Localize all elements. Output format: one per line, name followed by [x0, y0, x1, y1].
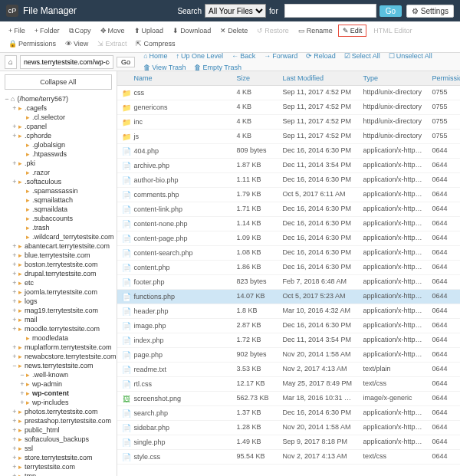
tree-node-label[interactable]: news.terrytestsite.com: [25, 362, 94, 369]
toolbar-compress-button[interactable]: ⇱Compress: [132, 38, 179, 49]
tree-node[interactable]: +▸.softaculous: [3, 177, 117, 186]
tree-node[interactable]: ▸.sqmaildata: [3, 205, 117, 214]
tree-node-label[interactable]: moodle.terrytestsite.com: [25, 325, 100, 333]
tree-node[interactable]: −▸news.terrytestsite.com: [3, 361, 117, 370]
collapse-all-button[interactable]: Collapse All: [5, 74, 112, 90]
file-row[interactable]: 📄content-none.php1.14 KBDec 16, 2014 6:3…: [117, 217, 460, 231]
file-row[interactable]: 📄rtl.css12.17 KBMay 25, 2017 8:49 PMtext…: [117, 377, 460, 392]
file-row[interactable]: 📄style.css95.54 KBNov 2, 2017 4:13 AMtex…: [117, 450, 460, 465]
tree-node[interactable]: +▸tmp: [3, 471, 117, 476]
tree-toggle-icon[interactable]: +: [18, 399, 26, 406]
toolbar-upload-button[interactable]: ⬆Upload: [130, 25, 168, 37]
file-row[interactable]: 📄content.php1.86 KBDec 16, 2014 6:30 PMa…: [117, 261, 460, 275]
tree-toggle-icon[interactable]: −: [18, 371, 26, 379]
tree-node-label[interactable]: .sqmaildata: [32, 205, 67, 213]
file-row[interactable]: 📄readme.txt3.53 KBNov 2, 2017 4:13 AMtex…: [117, 363, 460, 377]
tree-toggle-icon[interactable]: +: [11, 454, 18, 461]
tree-node[interactable]: +▸wp-includes: [3, 398, 117, 407]
tree-node-label[interactable]: .pki: [25, 159, 35, 167]
tree-toggle-icon[interactable]: +: [11, 123, 18, 130]
tree-toggle-icon[interactable]: +: [11, 426, 18, 434]
tree-node-label[interactable]: joomla.terrytestsite.com: [25, 288, 97, 296]
tree-node-label[interactable]: softaculous_backups: [25, 435, 89, 443]
tree-node[interactable]: ▸.wildcard_terrytestsite.com: [3, 232, 117, 241]
tree-toggle-icon[interactable]: +: [11, 343, 18, 351]
tree-node-label[interactable]: .well-known: [32, 371, 68, 379]
tree-node[interactable]: ▸.htpasswds: [3, 149, 117, 159]
tree-toggle-icon[interactable]: +: [11, 242, 18, 250]
tree-node[interactable]: +▸blue.terrytestsite.com: [3, 251, 117, 260]
tree-toggle-icon[interactable]: +: [11, 132, 18, 140]
file-row[interactable]: 📁js4 KBSep 11, 2017 4:52 PMhttpd/unix-di…: [117, 130, 460, 144]
toolbar-copy-button[interactable]: ⧉Copy: [65, 25, 95, 37]
tree-node-label[interactable]: terrytestsite.com: [25, 463, 75, 471]
tree-toggle-icon[interactable]: +: [11, 279, 18, 287]
nav-reload-button[interactable]: ⟳Reload: [302, 51, 340, 61]
tree-node[interactable]: +▸.cagefs: [3, 103, 117, 113]
path-input[interactable]: [20, 55, 113, 69]
file-row[interactable]: 📄comments.php1.79 KBOct 5, 2017 6:11 AMa…: [117, 188, 460, 202]
toolbar-file-button[interactable]: +File: [5, 25, 29, 37]
tree-node[interactable]: +▸moodle.terrytestsite.com: [3, 324, 117, 333]
tree-node[interactable]: +▸prestashop.terrytestsite.com: [3, 416, 117, 425]
nav-home-button[interactable]: ⌂Home: [140, 51, 171, 61]
toolbar-delete-button[interactable]: ✕Delete: [216, 25, 251, 37]
col-mod-header[interactable]: Last Modified: [278, 71, 359, 85]
tree-toggle-icon[interactable]: +: [11, 261, 18, 268]
tree-node-label[interactable]: .spamassassin: [32, 187, 78, 195]
tree-toggle-icon[interactable]: −: [3, 95, 11, 103]
tree-node-label[interactable]: prestashop.terrytestsite.com: [25, 417, 111, 425]
tree-toggle-icon[interactable]: +: [11, 159, 18, 167]
tree-node-label[interactable]: .wildcard_terrytestsite.com: [32, 233, 114, 241]
tree-node[interactable]: +▸wp-content: [3, 389, 117, 398]
tree-node[interactable]: +▸boston.terrytestsite.com: [3, 260, 117, 269]
file-row[interactable]: 📄functions.php14.07 KBOct 5, 2017 5:23 A…: [117, 290, 460, 304]
tree-toggle-icon[interactable]: +: [18, 380, 26, 388]
file-row[interactable]: 📄index.php1.72 KBDec 11, 2014 3:54 PMapp…: [117, 333, 460, 348]
tree-node-label[interactable]: .cagefs: [25, 104, 47, 112]
tree-node[interactable]: +▸store.terrytestsite.com: [3, 453, 117, 462]
tree-toggle-icon[interactable]: +: [11, 463, 18, 471]
tree-node-label[interactable]: public_html: [25, 426, 60, 434]
tree-node[interactable]: +▸terrytestsite.com: [3, 462, 117, 471]
tree-toggle-icon[interactable]: −: [11, 362, 18, 369]
tree-toggle-icon[interactable]: +: [11, 408, 18, 415]
tree-node[interactable]: +▸ssl: [3, 444, 117, 453]
tree-node[interactable]: ▸.subaccounts: [3, 214, 117, 223]
tree-node-label[interactable]: drupal.terrytestsite.com: [25, 270, 97, 277]
file-row[interactable]: 🖼screenshot.png562.73 KBMar 18, 2016 10:…: [117, 392, 460, 406]
file-row[interactable]: 📄archive.php1.87 KBDec 11, 2014 3:54 PMa…: [117, 159, 460, 173]
file-row[interactable]: 📄footer.php823 bytesFeb 7, 2018 6:48 AMa…: [117, 275, 460, 290]
tree-node[interactable]: +▸logs: [3, 297, 117, 306]
file-row[interactable]: 📄sidebar.php1.28 KBNov 20, 2014 1:58 AMa…: [117, 421, 460, 435]
tree-toggle-icon[interactable]: +: [11, 288, 18, 296]
tree-node[interactable]: +▸joomla.terrytestsite.com: [3, 287, 117, 297]
col-type-header[interactable]: Type: [359, 71, 428, 85]
toolbar-folder-button[interactable]: +Folder: [31, 25, 64, 37]
tree-node-label[interactable]: .subaccounts: [32, 215, 73, 222]
tree-toggle-icon[interactable]: +: [11, 316, 18, 323]
tree-toggle-icon[interactable]: +: [11, 353, 18, 360]
file-row[interactable]: 📄content-link.php1.71 KBDec 16, 2014 6:3…: [117, 202, 460, 217]
tree-toggle-icon[interactable]: +: [11, 325, 18, 333]
tree-node-label[interactable]: store.terrytestsite.com: [25, 454, 93, 461]
tree-node-label[interactable]: .cphorde: [25, 132, 51, 140]
tree-toggle-icon[interactable]: +: [11, 472, 18, 476]
tree-node-label[interactable]: wp-content: [32, 389, 69, 397]
nav-back-button[interactable]: ←Back: [228, 51, 259, 61]
tree-node[interactable]: +▸wp-admin: [3, 379, 117, 389]
tree-node-label[interactable]: wp-includes: [32, 399, 69, 406]
toolbar-move-button[interactable]: ✥Move: [97, 25, 129, 37]
search-go-button[interactable]: Go: [380, 5, 402, 17]
tree-node-label[interactable]: .softaculous: [25, 178, 61, 185]
col-size-header[interactable]: Size: [232, 71, 278, 85]
home-icon[interactable]: ⌂: [5, 55, 17, 69]
tree-node[interactable]: +▸.pki: [3, 159, 117, 168]
tree-node-label[interactable]: blue.terrytestsite.com: [25, 251, 90, 259]
tree-node[interactable]: +▸softaculous_backups: [3, 435, 117, 444]
tree-node-label[interactable]: .cpanel: [25, 123, 47, 130]
toolbar-download-button[interactable]: ⬇Download: [169, 25, 215, 37]
tree-toggle-icon[interactable]: +: [11, 178, 18, 185]
toolbar-edit-button[interactable]: ✎Edit: [338, 25, 367, 37]
tree-node[interactable]: ▸.trash: [3, 223, 117, 232]
